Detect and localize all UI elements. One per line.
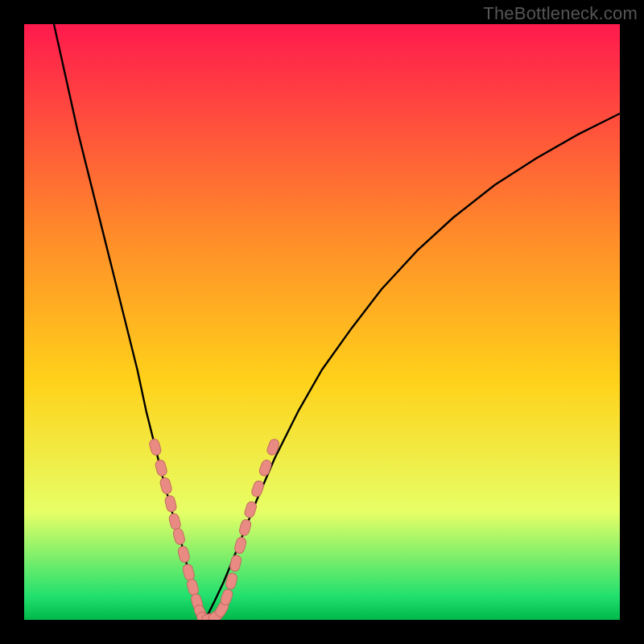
curve-marker — [229, 555, 242, 572]
curve-marker — [155, 459, 168, 477]
curve-marker — [243, 501, 258, 519]
curve-marker — [258, 459, 273, 477]
plot-area — [24, 24, 620, 620]
curve-marker — [220, 588, 234, 606]
watermark-text: TheBottleneck.com — [483, 3, 638, 24]
curve-marker — [186, 578, 200, 596]
marker-layer — [24, 24, 620, 620]
curve-marker — [238, 518, 252, 537]
curve-marker — [168, 513, 182, 530]
chart-stage: TheBottleneck.com — [0, 0, 644, 644]
plot-frame — [24, 24, 620, 620]
curve-marker — [172, 527, 186, 545]
curve-marker — [177, 545, 191, 563]
curve-marker — [182, 564, 196, 581]
curve-marker — [250, 480, 265, 498]
curve-marker — [159, 477, 173, 494]
curve-marker — [266, 438, 280, 456]
curve-marker — [233, 536, 247, 554]
curve-marker — [164, 495, 177, 513]
curve-marker — [225, 572, 238, 590]
curve-marker — [148, 438, 162, 456]
